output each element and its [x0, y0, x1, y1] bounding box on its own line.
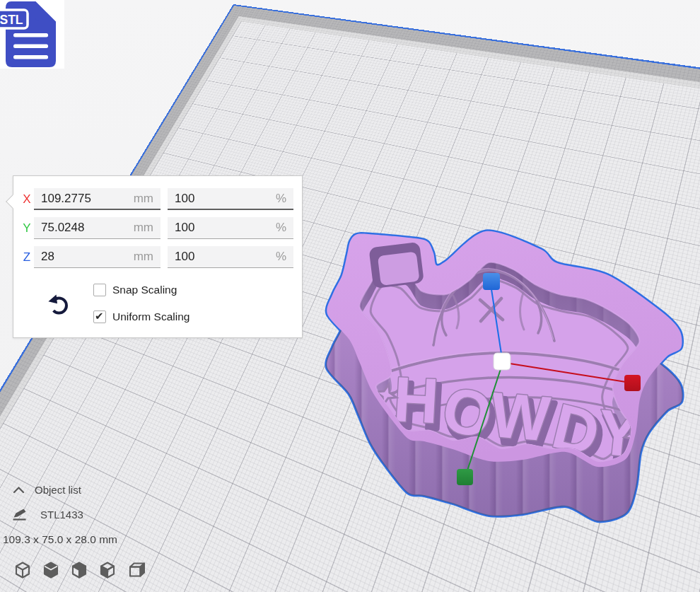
stl-file-badge: STL — [0, 0, 64, 69]
scale-row-x: X mm % — [13, 188, 302, 210]
mesh-type-toolbar — [13, 561, 155, 579]
scale-handle-z[interactable] — [483, 273, 500, 290]
scale-tool-panel: X mm % Y mm % Z mm % — [13, 175, 303, 338]
reset-scale-button[interactable] — [46, 292, 71, 318]
model-dimensions: 109.3 x 75.0 x 28.0 mm — [3, 533, 117, 546]
scale-row-y: Y mm % — [13, 217, 302, 239]
pencil-icon — [13, 509, 27, 521]
cube-solid-icon[interactable] — [42, 561, 60, 579]
cube-top-face-icon[interactable] — [70, 561, 88, 579]
x-scale-input[interactable] — [175, 192, 276, 206]
object-list-item[interactable]: STL1433 — [13, 509, 83, 521]
axis-y-label: Y — [21, 217, 33, 239]
z-scale-unit: % — [276, 250, 286, 264]
uniform-scaling-label: Uniform Scaling — [112, 310, 189, 323]
cube-wireframe-icon[interactable] — [13, 561, 32, 579]
tab-hole — [368, 242, 424, 289]
scale-row-z: Z mm % — [13, 246, 302, 268]
z-scale-field[interactable]: % — [168, 246, 293, 268]
y-size-field[interactable]: mm — [34, 217, 161, 239]
object-name: STL1433 — [40, 509, 83, 521]
checkmark-icon: ✔ — [95, 310, 104, 323]
scale-handle-x[interactable] — [624, 375, 641, 391]
y-scale-unit: % — [276, 221, 286, 235]
x-size-unit: mm — [134, 192, 153, 206]
snap-scaling-label: Snap Scaling — [112, 284, 177, 296]
object-list-title: Object list — [35, 484, 81, 496]
x-size-field[interactable]: mm — [34, 188, 161, 210]
stl-badge-label: STL — [0, 13, 23, 27]
y-scale-input[interactable] — [175, 221, 276, 235]
object-list-header[interactable]: Object list — [13, 484, 81, 496]
scale-handle-center[interactable] — [494, 353, 511, 370]
cube-left-face-icon[interactable] — [98, 561, 117, 579]
y-size-input[interactable] — [41, 221, 134, 235]
z-size-unit: mm — [134, 250, 153, 264]
axis-x-label: X — [21, 188, 33, 210]
x-scale-unit: % — [276, 192, 286, 206]
collapse-caret-icon — [13, 486, 25, 494]
uniform-scaling-checkbox[interactable]: ✔ — [93, 310, 106, 323]
uniform-scaling-row: ✔ Uniform Scaling — [93, 310, 189, 323]
x-size-input[interactable] — [41, 192, 134, 206]
y-scale-field[interactable]: % — [168, 217, 293, 239]
x-scale-field[interactable]: % — [168, 188, 293, 210]
axis-z-label: Z — [21, 246, 33, 268]
model-3d[interactable]: HOWDY HOWDY — [309, 221, 698, 547]
z-size-input[interactable] — [41, 250, 134, 264]
snap-scaling-checkbox[interactable]: ✔ — [93, 284, 106, 296]
snap-scaling-row: ✔ Snap Scaling — [93, 284, 177, 296]
scale-handle-y[interactable] — [457, 469, 473, 485]
cube-front-view-icon[interactable] — [127, 561, 145, 579]
z-size-field[interactable]: mm — [34, 246, 161, 268]
z-scale-input[interactable] — [175, 250, 276, 264]
y-size-unit: mm — [134, 221, 153, 235]
